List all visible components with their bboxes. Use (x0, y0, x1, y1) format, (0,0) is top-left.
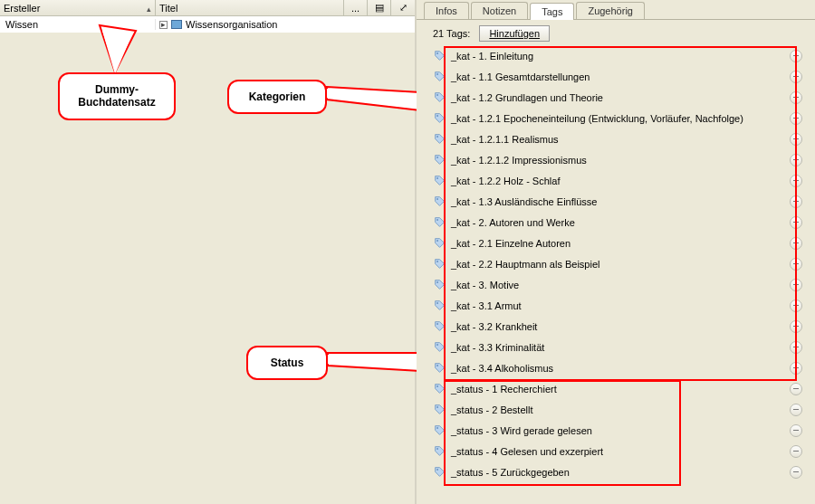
cell-titel-text: Wissensorganisation (186, 19, 278, 30)
tag-row[interactable]: _kat - 1.2 Grundlagen und Theorie (429, 87, 808, 108)
tag-row[interactable]: _kat - 2. Autoren und Werke (429, 212, 808, 233)
tag-row[interactable]: _kat - 3.1 Armut (429, 295, 808, 316)
tab-tags[interactable]: Tags (530, 3, 574, 20)
tag-icon (433, 112, 446, 125)
annotation-status: Status (246, 346, 328, 380)
tag-label: _kat - 3. Motive (451, 280, 782, 290)
remove-tag-button[interactable] (790, 424, 802, 437)
tag-label: _status - 5 Zurückgegeben (451, 467, 782, 478)
column-headers: Ersteller Titel ... ▤ ⤢ (0, 0, 415, 16)
tag-icon (433, 424, 446, 437)
remove-tag-button[interactable] (790, 133, 802, 146)
tag-label: _kat - 2.2 Hauptmann als Beispiel (451, 259, 782, 270)
remove-tag-button[interactable] (790, 320, 802, 333)
remove-tag-button[interactable] (790, 71, 802, 83)
column-label: Ersteller (4, 3, 40, 14)
svg-point-13 (436, 198, 438, 200)
remove-tag-button[interactable] (790, 300, 802, 312)
svg-marker-4 (328, 353, 417, 371)
tag-row[interactable]: _kat - 1.3 Ausländische Einflüsse (429, 191, 808, 212)
remove-tag-button[interactable] (790, 258, 802, 271)
remove-tag-button[interactable] (790, 195, 802, 208)
tab-zugehörig[interactable]: Zugehörig (576, 2, 645, 19)
tab-notizen[interactable]: Notizen (471, 2, 528, 19)
tag-row[interactable]: _kat - 3.4 Alkoholismus (429, 357, 808, 378)
svg-point-6 (436, 52, 438, 54)
svg-point-11 (436, 157, 438, 158)
tag-row[interactable]: _kat - 3. Motive (429, 274, 808, 295)
remove-tag-button[interactable] (790, 466, 802, 479)
remove-tag-button[interactable] (790, 383, 802, 395)
attachment-icon: ▤ (375, 2, 384, 14)
svg-point-14 (436, 219, 438, 221)
remove-tag-button[interactable] (790, 279, 802, 291)
tree-expand-icon[interactable]: ▸ (159, 21, 168, 29)
tag-label: _kat - 1.1 Gesamtdarstellungen (451, 71, 782, 82)
tag-row[interactable]: _kat - 1.1 Gesamtdarstellungen (429, 66, 808, 87)
remove-tag-button[interactable] (790, 362, 802, 375)
remove-tag-button[interactable] (790, 112, 802, 125)
tag-row[interactable]: _kat - 2.1 Einzelne Autoren (429, 233, 808, 253)
remove-tag-button[interactable] (790, 341, 802, 354)
tag-icon (433, 71, 446, 83)
tag-row[interactable]: _kat - 1.2.2 Holz - Schlaf (429, 170, 808, 191)
tag-label: _kat - 1.2.1.2 Impressionismus (451, 155, 782, 166)
svg-point-9 (436, 115, 438, 117)
remove-tag-button[interactable] (790, 404, 802, 416)
details-pane: InfosNotizenTagsZugehörig 21 Tags: Hinzu… (417, 0, 815, 504)
remove-tag-button[interactable] (790, 237, 802, 250)
remove-tag-button[interactable] (790, 445, 802, 458)
tag-row[interactable]: _status - 5 Zurückgegeben (429, 461, 808, 482)
svg-marker-1 (102, 31, 132, 74)
svg-point-7 (436, 73, 438, 75)
tag-row[interactable]: _kat - 1. Einleitung (429, 45, 808, 66)
svg-point-21 (436, 365, 438, 366)
tag-label: _kat - 1.2.1.1 Realismus (451, 134, 782, 145)
tag-icon (433, 258, 446, 271)
column-header-titel[interactable]: Titel (156, 0, 344, 15)
add-tag-button[interactable]: Hinzufügen (479, 25, 550, 42)
tag-row[interactable]: _kat - 1.2.1 Epocheneinteilung (Entwickl… (429, 108, 808, 128)
column-header-ersteller[interactable]: Ersteller (0, 0, 156, 15)
tag-row[interactable]: _kat - 3.2 Krankheit (429, 316, 808, 337)
remove-tag-button[interactable] (790, 154, 802, 166)
tag-icon (433, 50, 446, 62)
tag-label: _status - 1 Recherchiert (451, 384, 782, 395)
column-header-attach[interactable]: ▤ (368, 0, 391, 15)
list-row[interactable]: Wissen ▸ Wissensorganisation (0, 16, 415, 33)
tag-row[interactable]: _kat - 3.3 Kriminalität (429, 337, 808, 357)
list-pane: Ersteller Titel ... ▤ ⤢ Wissen ▸ Wissens… (0, 0, 417, 504)
tag-icon (433, 154, 446, 166)
tag-label: _kat - 1.3 Ausländische Einflüsse (451, 196, 782, 207)
tag-row[interactable]: _status - 2 Bestellt (429, 399, 808, 420)
svg-point-10 (436, 136, 438, 138)
remove-tag-button[interactable] (790, 175, 802, 187)
tag-icon (433, 466, 446, 479)
svg-point-18 (436, 302, 438, 304)
tag-icon (433, 341, 446, 354)
tag-row[interactable]: _status - 3 Wird gerade gelesen (429, 420, 808, 441)
tag-label: _status - 4 Gelesen und exzerpiert (451, 446, 782, 457)
tag-label: _kat - 1. Einleitung (451, 51, 782, 62)
column-header-end[interactable]: ⤢ (391, 0, 415, 15)
tag-row[interactable]: _kat - 1.2.1.2 Impressionismus (429, 149, 808, 170)
annotation-dummy: Dummy- Buchdatensatz (58, 72, 176, 120)
svg-point-26 (436, 469, 438, 471)
remove-tag-button[interactable] (790, 50, 802, 62)
tab-infos[interactable]: Infos (424, 2, 469, 19)
column-header-dots[interactable]: ... (344, 0, 368, 15)
tag-row[interactable]: _kat - 1.2.1.1 Realismus (429, 128, 808, 149)
remove-tag-button[interactable] (790, 91, 802, 104)
svg-point-22 (436, 385, 438, 387)
svg-point-25 (436, 448, 438, 450)
tag-row[interactable]: _status - 4 Gelesen und exzerpiert (429, 441, 808, 461)
tag-icon (433, 216, 446, 229)
remove-tag-button[interactable] (790, 216, 802, 229)
cell-ersteller: Wissen (0, 19, 156, 30)
tag-icon (433, 320, 446, 333)
tag-row[interactable]: _status - 1 Recherchiert (429, 378, 808, 399)
cell-titel: ▸ Wissensorganisation (156, 19, 415, 30)
tag-row[interactable]: _kat - 2.2 Hauptmann als Beispiel (429, 253, 808, 274)
tag-icon (433, 195, 446, 208)
tag-label: _status - 3 Wird gerade gelesen (451, 425, 782, 436)
